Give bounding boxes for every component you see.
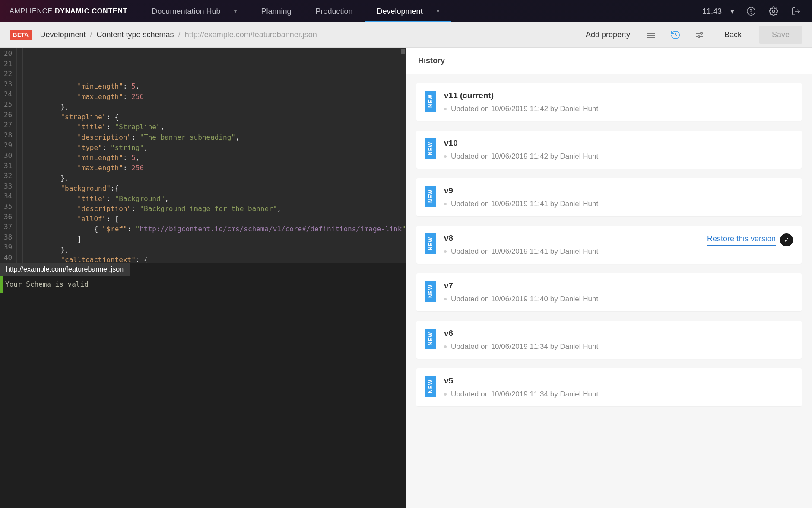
breadcrumb: Development / Content type schemas / htt… — [40, 30, 317, 39]
logout-icon[interactable] — [790, 6, 802, 17]
chevron-down-icon: ▾ — [730, 6, 734, 16]
version-title: v9 — [444, 186, 793, 195]
beta-badge: BETA — [10, 30, 32, 40]
version-title: v11 (current) — [444, 91, 793, 100]
restore-version-link[interactable]: Restore this version — [707, 234, 776, 246]
nav-planning[interactable]: Planning — [249, 0, 303, 22]
svg-point-3 — [701, 32, 702, 34]
version-card[interactable]: NEWv5Updated on 10/06/2019 11:34 by Dani… — [416, 368, 802, 406]
save-button: Save — [759, 26, 802, 44]
version-card[interactable]: NEWv10Updated on 10/06/2019 11:42 by Dan… — [416, 131, 802, 169]
check-circle-icon[interactable]: ✓ — [780, 233, 793, 246]
editor-console — [0, 293, 406, 508]
brand-bold: DYNAMIC CONTENT — [55, 7, 127, 15]
version-title: v5 — [444, 376, 793, 386]
crumb-schemas[interactable]: Content type schemas — [97, 30, 174, 39]
version-meta: Updated on 10/06/2019 11:41 by Daniel Hu… — [444, 200, 793, 208]
fold-column — [17, 48, 23, 263]
svg-point-1 — [751, 13, 751, 13]
new-badge: NEW — [425, 186, 436, 207]
version-title: v7 — [444, 281, 793, 291]
crumb-file: http://example.com/featurebanner.json — [185, 30, 317, 39]
chevron-down-icon: ▾ — [437, 8, 439, 14]
new-badge: NEW — [425, 329, 436, 349]
status-file-path: http://example.com/featurebanner.json — [0, 263, 130, 276]
version-title: v10 — [444, 138, 793, 148]
history-title: History — [406, 48, 812, 74]
editor-status: http://example.com/featurebanner.json Yo… — [0, 263, 406, 293]
crumb-development[interactable]: Development — [40, 30, 86, 39]
version-card[interactable]: NEWv8Updated on 10/06/2019 11:41 by Dani… — [416, 226, 802, 264]
new-badge: NEW — [425, 376, 436, 397]
nav-development[interactable]: Development ▾ — [365, 0, 451, 22]
nav-production[interactable]: Production — [304, 0, 365, 22]
line-gutter: 2021222324252627282930313233343536373839… — [0, 48, 17, 263]
new-badge: NEW — [425, 91, 436, 112]
version-card[interactable]: NEWv11 (current)Updated on 10/06/2019 11… — [416, 83, 802, 121]
sliders-icon[interactable] — [692, 28, 707, 42]
chevron-down-icon: ▾ — [234, 8, 237, 14]
minimap-marker — [401, 49, 405, 54]
brand-light: AMPLIENCE — [10, 7, 53, 15]
version-card[interactable]: NEWv9Updated on 10/06/2019 11:41 by Dani… — [416, 178, 802, 216]
new-badge: NEW — [425, 281, 436, 302]
settings-icon[interactable] — [768, 6, 779, 17]
version-meta: Updated on 10/06/2019 11:41 by Daniel Hu… — [444, 247, 699, 256]
list-view-icon[interactable] — [644, 28, 659, 42]
version-meta: Updated on 10/06/2019 11:42 by Daniel Hu… — [444, 152, 793, 161]
version-meta: Updated on 10/06/2019 11:34 by Daniel Hu… — [444, 342, 793, 351]
sub-toolbar: BETA Development / Content type schemas … — [0, 22, 812, 48]
version-meta: Updated on 10/06/2019 11:34 by Daniel Hu… — [444, 390, 793, 399]
version-title: v8 — [444, 233, 699, 243]
brand-logo: AMPLIENCE DYNAMIC CONTENT — [0, 7, 140, 15]
svg-point-2 — [772, 10, 775, 13]
add-property-button[interactable]: Add property — [581, 30, 634, 39]
back-button[interactable]: Back — [717, 30, 749, 39]
version-title: v6 — [444, 329, 793, 338]
nav-documentation-hub[interactable]: Documentation Hub ▾ — [140, 0, 249, 22]
clock-time: 11:43 — [702, 7, 722, 16]
new-badge: NEW — [425, 233, 436, 254]
history-list: NEWv11 (current)Updated on 10/06/2019 11… — [406, 74, 812, 411]
help-icon[interactable] — [745, 6, 757, 17]
version-meta: Updated on 10/06/2019 11:42 by Daniel Hu… — [444, 105, 793, 113]
code-editor[interactable]: 2021222324252627282930313233343536373839… — [0, 48, 406, 508]
clock-dropdown[interactable]: 11:43 ▾ — [702, 6, 734, 16]
top-nav: AMPLIENCE DYNAMIC CONTENT Documentation … — [0, 0, 812, 22]
history-panel: History NEWv11 (current)Updated on 10/06… — [406, 48, 812, 508]
validation-message: Your Schema is valid — [0, 276, 406, 293]
history-icon[interactable] — [668, 28, 683, 42]
version-meta: Updated on 10/06/2019 11:40 by Daniel Hu… — [444, 295, 793, 304]
svg-point-4 — [698, 36, 700, 38]
version-card[interactable]: NEWv6Updated on 10/06/2019 11:34 by Dani… — [416, 321, 802, 359]
version-card[interactable]: NEWv7Updated on 10/06/2019 11:40 by Dani… — [416, 273, 802, 311]
code-area[interactable]: "minLength": 5, "maxLength": 256 }, "str… — [23, 48, 406, 263]
new-badge: NEW — [425, 138, 436, 159]
